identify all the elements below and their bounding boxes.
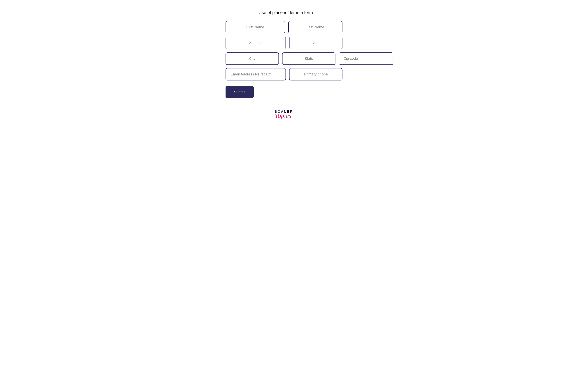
- form-row-name: [226, 21, 342, 33]
- city-input[interactable]: [226, 52, 279, 65]
- submit-button[interactable]: Submit: [226, 86, 254, 98]
- form-row-contact: [226, 68, 342, 81]
- email-input[interactable]: [226, 68, 286, 81]
- form-heading: Use of placeholder in a form: [229, 10, 342, 15]
- last-name-input[interactable]: [288, 21, 342, 33]
- form-row-location: [226, 52, 342, 65]
- apt-input[interactable]: [289, 37, 342, 49]
- first-name-input[interactable]: [226, 21, 285, 33]
- form-row-address: [226, 37, 342, 49]
- address-input[interactable]: [226, 37, 286, 49]
- placeholder-form: Submit: [226, 21, 342, 98]
- logo-text-topics: Topics: [275, 113, 291, 119]
- state-input[interactable]: [282, 52, 335, 65]
- phone-input[interactable]: [289, 68, 342, 81]
- scaler-topics-logo: SCALER Topics: [226, 110, 342, 119]
- zip-input[interactable]: [339, 52, 393, 65]
